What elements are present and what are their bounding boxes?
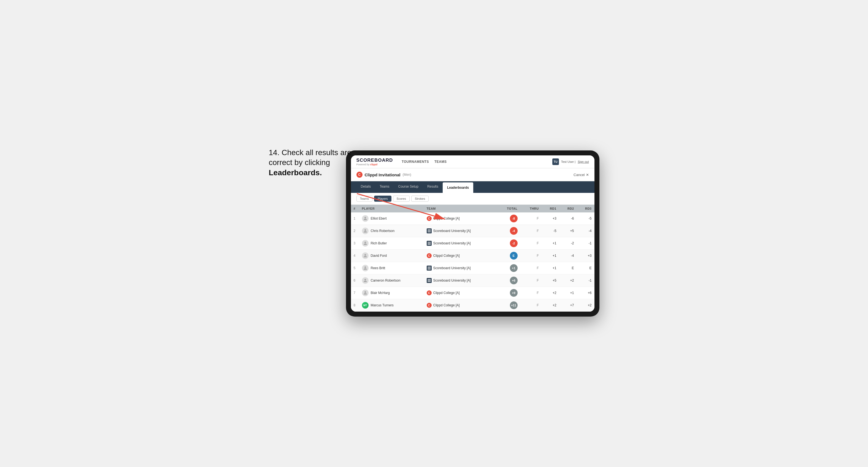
page-wrapper: 14. Check all results are correct by cli… [269, 150, 599, 317]
cell-team: Scoreboard University [A] [424, 262, 497, 274]
cell-thru: F [520, 250, 541, 262]
cell-rank: 4 [351, 250, 359, 262]
filter-row: Teams Players Scores Strokes [351, 193, 594, 205]
svg-point-8 [365, 291, 366, 293]
cell-total: +9 [497, 287, 520, 299]
app-header: SCOREBOARD Powered by clippd TOURNAMENTS… [351, 155, 594, 168]
cell-rd1: +2 [541, 299, 559, 312]
cell-rd2: -6 [559, 212, 577, 225]
cell-rd3: -4 [577, 225, 594, 237]
cell-rd3: -1 [577, 237, 594, 250]
table-row: 7Blair McHargCClippd College [A]+9F+2+1+… [351, 287, 594, 299]
cell-rd2: -2 [559, 237, 577, 250]
cell-thru: F [520, 225, 541, 237]
table-header-row: # PLAYER TEAM TOTAL THRU RD1 RD2 RD3 [351, 205, 594, 212]
filter-strokes[interactable]: Strokes [411, 196, 429, 202]
tab-teams[interactable]: Teams [375, 181, 394, 193]
cell-player: Elliot Ebert [359, 212, 424, 225]
cell-rd2: +7 [559, 299, 577, 312]
cell-player: Chris Robertson [359, 225, 424, 237]
table-row: 6Cameron RobertsonScoreboard University … [351, 274, 594, 287]
col-team: TEAM [424, 205, 497, 212]
table-row: 4David FordCClippd College [A]EF+1-4+3 [351, 250, 594, 262]
tab-details[interactable]: Details [356, 181, 375, 193]
cell-thru: F [520, 274, 541, 287]
cell-rd3: E [577, 262, 594, 274]
filter-players[interactable]: Players [374, 196, 392, 202]
nav-teams[interactable]: TEAMS [434, 159, 447, 165]
cell-team: CClippd College [A] [424, 250, 497, 262]
cell-total: -8 [497, 212, 520, 225]
cell-total: -4 [497, 225, 520, 237]
cell-thru: F [520, 237, 541, 250]
svg-point-4 [365, 242, 366, 243]
tournament-title-area: C Clippd Invitational (Men) [356, 172, 411, 178]
tournament-header: C Clippd Invitational (Men) Cancel ✕ [351, 168, 594, 181]
cell-rd2: +2 [559, 274, 577, 287]
cell-team: CClippd College [A] [424, 212, 497, 225]
sign-out-link[interactable]: Sign out [578, 160, 589, 163]
col-total: TOTAL [497, 205, 520, 212]
cell-rd2: +5 [559, 225, 577, 237]
filter-teams[interactable]: Teams [356, 196, 372, 202]
cell-rd3: +6 [577, 287, 594, 299]
cell-player: Rees Britt [359, 262, 424, 274]
instruction-step: 14. Check all results are correct by cli… [269, 148, 351, 167]
cell-thru: F [520, 262, 541, 274]
table-row: 5Rees BrittScoreboard University [A]+1F+… [351, 262, 594, 274]
tab-course-setup[interactable]: Course Setup [394, 181, 423, 193]
tablet-screen: SCOREBOARD Powered by clippd TOURNAMENTS… [351, 155, 594, 312]
cell-rd1: +2 [541, 287, 559, 299]
col-player: PLAYER [359, 205, 424, 212]
table-row: 8MTMarcus TurnersCClippd College [A]+11F… [351, 299, 594, 312]
table-header: # PLAYER TEAM TOTAL THRU RD1 RD2 RD3 [351, 205, 594, 212]
tab-leaderboards[interactable]: Leaderboards [443, 182, 473, 193]
cell-rd1: +1 [541, 262, 559, 274]
svg-point-5 [365, 254, 366, 256]
cell-player: Blair McHarg [359, 287, 424, 299]
nav-tournaments[interactable]: TOURNAMENTS [402, 159, 429, 165]
cell-rd3: -1 [577, 274, 594, 287]
col-thru: THRU [520, 205, 541, 212]
svg-point-2 [365, 217, 366, 218]
cell-player: David Ford [359, 250, 424, 262]
cell-team: CClippd College [A] [424, 299, 497, 312]
cell-rank: 7 [351, 287, 359, 299]
filter-scores[interactable]: Scores [393, 196, 410, 202]
table-row: 1Elliot EbertCClippd College [A]-8F+3-6-… [351, 212, 594, 225]
table-row: 3Rich ButlerScoreboard University [A]-2F… [351, 237, 594, 250]
user-avatar: TU [552, 158, 559, 165]
table-row: 2Chris RobertsonScoreboard University [A… [351, 225, 594, 237]
cancel-button[interactable]: Cancel ✕ [574, 173, 589, 177]
leaderboard-table: # PLAYER TEAM TOTAL THRU RD1 RD2 RD3 1El… [351, 205, 594, 312]
sub-nav: Details Teams Course Setup Results Leade… [351, 181, 594, 193]
cell-rd2: E [559, 262, 577, 274]
cell-rd1: +3 [541, 212, 559, 225]
cell-rank: 8 [351, 299, 359, 312]
cell-rank: 5 [351, 262, 359, 274]
col-rank: # [351, 205, 359, 212]
col-rd2: RD2 [559, 205, 577, 212]
svg-point-7 [365, 279, 366, 280]
tournament-gender: (Men) [403, 173, 411, 177]
table-body: 1Elliot EbertCClippd College [A]-8F+3-6-… [351, 212, 594, 312]
cell-rd1: +5 [541, 274, 559, 287]
cell-rd2: -4 [559, 250, 577, 262]
cell-team: Scoreboard University [A] [424, 237, 497, 250]
cell-total: +1 [497, 262, 520, 274]
tab-results[interactable]: Results [423, 181, 443, 193]
cell-total: -2 [497, 237, 520, 250]
cell-team: Scoreboard University [A] [424, 274, 497, 287]
cell-rd2: +1 [559, 287, 577, 299]
cell-team: CClippd College [A] [424, 287, 497, 299]
cell-total: +11 [497, 299, 520, 312]
cell-total: E [497, 250, 520, 262]
main-nav: TOURNAMENTS TEAMS [402, 159, 546, 165]
cell-thru: F [520, 287, 541, 299]
cell-thru: F [520, 212, 541, 225]
instruction-text: 14. Check all results are correct by cli… [269, 148, 363, 178]
cell-player: Cameron Robertson [359, 274, 424, 287]
cell-rank: 2 [351, 225, 359, 237]
tournament-name: Clippd Invitational [365, 173, 401, 177]
cell-rd1: -5 [541, 225, 559, 237]
